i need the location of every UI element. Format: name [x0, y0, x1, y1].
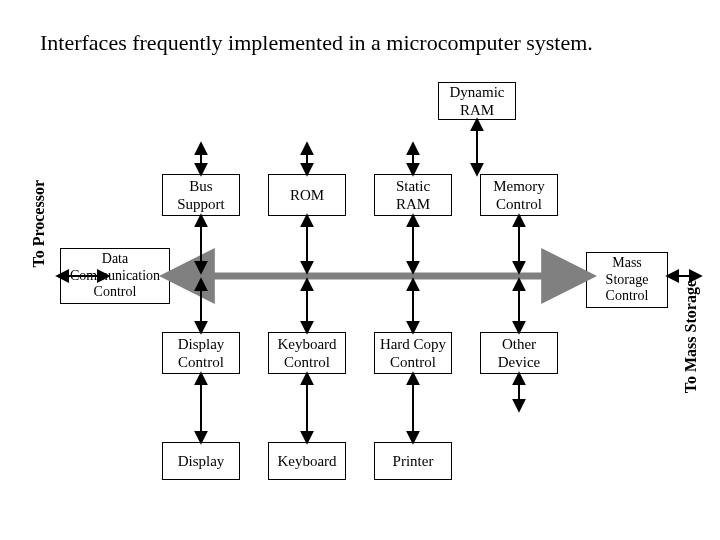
left-label: To Processor — [30, 180, 48, 268]
box-display-control: DisplayControl — [162, 332, 240, 374]
box-keyboard: Keyboard — [268, 442, 346, 480]
box-display: Display — [162, 442, 240, 480]
box-memory-control: MemoryControl — [480, 174, 558, 216]
box-rom: ROM — [268, 174, 346, 216]
right-label: To Mass Storage — [682, 280, 700, 393]
box-bus-support: BusSupport — [162, 174, 240, 216]
diagram-title: Interfaces frequently implemented in a m… — [40, 30, 680, 56]
box-static-ram: StaticRAM — [374, 174, 452, 216]
box-hard-copy-control: Hard CopyControl — [374, 332, 452, 374]
box-mass-storage: MassStorageControl — [586, 252, 668, 308]
box-data-comm: DataCommunicationControl — [60, 248, 170, 304]
box-keyboard-control: KeyboardControl — [268, 332, 346, 374]
box-dynamic-ram: DynamicRAM — [438, 82, 516, 120]
box-printer: Printer — [374, 442, 452, 480]
box-other-device: OtherDevice — [480, 332, 558, 374]
